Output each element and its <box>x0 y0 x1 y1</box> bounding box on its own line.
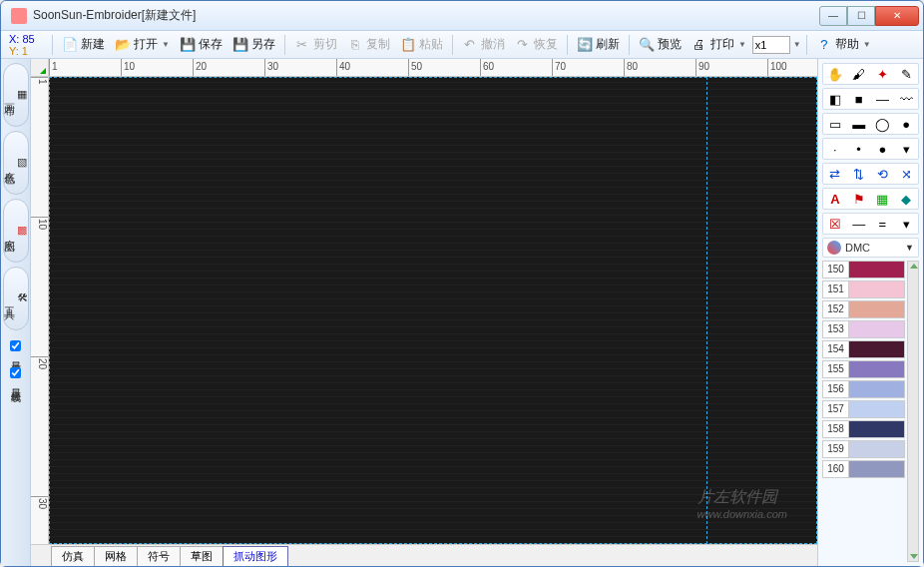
zoom-dropdown[interactable]: ▼ <box>793 40 801 49</box>
tools-icon: 🛠 <box>17 291 30 307</box>
color-swatch[interactable]: 157 <box>822 400 905 418</box>
color-swatch[interactable]: 158 <box>822 420 905 438</box>
flag-tool-icon[interactable]: ⚑ <box>849 190 869 208</box>
sidebar-tab-canvas[interactable]: ▦画布 <box>3 63 29 127</box>
horizontal-ruler[interactable]: 1102030405060708090100 <box>49 59 817 77</box>
paste-button[interactable]: 📋粘贴 <box>396 34 447 56</box>
equals-icon[interactable]: = <box>872 215 892 233</box>
x-stitch-icon[interactable]: ☒ <box>825 215 845 233</box>
eraser-tool-icon[interactable]: ◧ <box>825 90 845 108</box>
hand-tool-icon[interactable]: ✋ <box>825 65 845 83</box>
titlebar[interactable]: SoonSun-Embroider[新建文件] — ☐ ✕ <box>1 1 923 31</box>
ruler-tick: 10 <box>121 59 135 76</box>
swatch-color <box>849 401 904 417</box>
bgimage-icon: ▩ <box>17 224 29 240</box>
line-tool-icon[interactable]: — <box>872 90 892 108</box>
embroidery-canvas[interactable]: 片左软件园 www.downxia.com <box>49 77 817 544</box>
dot-large-icon[interactable]: ● <box>872 140 892 158</box>
swatch-number: 150 <box>823 262 849 278</box>
flip-v-icon[interactable]: ⇅ <box>849 165 869 183</box>
refresh-icon: 🔄 <box>577 37 593 53</box>
rotate-icon[interactable]: ⟲ <box>872 165 892 183</box>
bottom-tab[interactable]: 草图 <box>180 546 224 566</box>
show-coord-checkbox[interactable]: 显示坐标线 <box>9 367 23 385</box>
brush-tool-icon[interactable]: 🖌 <box>849 65 869 83</box>
sidebar-tab-bgimage[interactable]: ▩底图 <box>3 199 29 263</box>
color-swatch[interactable]: 153 <box>822 320 905 338</box>
color-swatch[interactable]: 159 <box>822 440 905 458</box>
ellipse-outline-icon[interactable]: ◯ <box>872 115 892 133</box>
save-button[interactable]: 💾保存 <box>176 34 227 56</box>
help-button[interactable]: ?帮助▼ <box>812 34 875 56</box>
fill-square-icon[interactable]: ■ <box>849 90 869 108</box>
sidebar-tab-tools[interactable]: 🛠工具 <box>3 267 29 330</box>
coordinate-readout: X: 85 Y: 1 <box>7 33 47 57</box>
curve-tool-icon[interactable]: 〰 <box>896 90 916 108</box>
color-swatch[interactable]: 150 <box>822 261 905 279</box>
palette-brand[interactable]: DMC ▼ <box>822 238 919 258</box>
ruler-tick: 20 <box>31 356 48 369</box>
vertical-ruler[interactable]: 1102030 <box>31 77 49 544</box>
text-tool-icon[interactable]: A <box>825 190 845 208</box>
color-swatch[interactable]: 154 <box>822 340 905 358</box>
cut-icon: ✂ <box>294 37 310 53</box>
color-swatch[interactable]: 151 <box>822 281 905 298</box>
saveas-button[interactable]: 💾另存 <box>229 34 279 56</box>
wand-tool-icon[interactable]: ✦ <box>872 65 892 83</box>
undo-icon: ↶ <box>462 37 478 53</box>
window-title: SoonSun-Embroider[新建文件] <box>33 7 819 24</box>
ruler-tick: 60 <box>480 59 494 76</box>
maximize-button[interactable]: ☐ <box>847 6 875 26</box>
app-icon <box>11 8 27 24</box>
folder-open-icon: 📂 <box>115 37 131 53</box>
swatch-number: 159 <box>823 441 849 457</box>
print-button[interactable]: 🖨打印▼ <box>688 34 750 56</box>
mirror-icon[interactable]: ⤨ <box>896 165 916 183</box>
ruler-tick: 20 <box>193 59 207 76</box>
refresh-button[interactable]: 🔄刷新 <box>573 34 624 56</box>
bottom-tab[interactable]: 符号 <box>137 546 181 566</box>
color-swatch[interactable]: 155 <box>822 360 905 378</box>
close-button[interactable]: ✕ <box>875 6 919 26</box>
open-button[interactable]: 📂打开▼ <box>111 34 174 56</box>
dot-small-icon[interactable]: · <box>825 140 845 158</box>
sidebar-tab-bgcolor[interactable]: ▧底色 <box>3 131 29 195</box>
ruler-corner[interactable] <box>31 59 49 77</box>
dash-icon[interactable]: — <box>849 215 869 233</box>
shape-tool-icon[interactable]: ◆ <box>896 190 916 208</box>
bottom-tab[interactable]: 网格 <box>94 546 138 566</box>
minimize-button[interactable]: — <box>819 6 847 26</box>
preview-button[interactable]: 🔍预览 <box>635 34 686 56</box>
palette-scrollbar[interactable] <box>907 261 919 562</box>
ruler-row: 1102030405060708090100 <box>31 59 817 77</box>
dropdown-icon[interactable]: ▾ <box>896 140 916 158</box>
color-swatch[interactable]: 152 <box>822 300 905 318</box>
swatch-number: 153 <box>823 321 849 337</box>
show-info-checkbox[interactable]: 显示信息 <box>9 340 23 357</box>
new-button[interactable]: 📄新建 <box>58 34 109 56</box>
ellipse-fill-icon[interactable]: ● <box>896 115 916 133</box>
dot-med-icon[interactable]: • <box>849 140 869 158</box>
color-swatch[interactable]: 160 <box>822 460 905 478</box>
undo-button[interactable]: ↶撤消 <box>458 34 509 56</box>
preview-icon: 🔍 <box>639 37 655 53</box>
ruler-tick: 1 <box>49 59 58 76</box>
flip-h-icon[interactable]: ⇄ <box>825 165 845 183</box>
image-tool-icon[interactable]: ▦ <box>872 190 892 208</box>
bottom-tab[interactable]: 抓动图形 <box>223 546 288 566</box>
dropdown2-icon[interactable]: ▾ <box>896 215 916 233</box>
cut-button[interactable]: ✂剪切 <box>290 34 341 56</box>
pencil-tool-icon[interactable]: ✎ <box>896 65 916 83</box>
redo-button[interactable]: ↷恢复 <box>511 34 562 56</box>
color-swatch[interactable]: 156 <box>822 380 905 398</box>
swatch-color <box>849 421 904 437</box>
bottom-tab[interactable]: 仿真 <box>51 546 95 566</box>
rect-outline-icon[interactable]: ▭ <box>825 115 845 133</box>
swatch-color <box>849 381 904 397</box>
right-panel: ✋ 🖌 ✦ ✎ ◧ ■ — 〰 ▭ ▬ ◯ ● · • ● ▾ <box>817 59 923 566</box>
zoom-input[interactable] <box>752 36 790 54</box>
copy-button[interactable]: ⎘复制 <box>343 34 394 56</box>
rect-fill-icon[interactable]: ▬ <box>849 115 869 133</box>
ruler-tick: 10 <box>31 217 48 230</box>
swatch-number: 152 <box>823 301 849 317</box>
